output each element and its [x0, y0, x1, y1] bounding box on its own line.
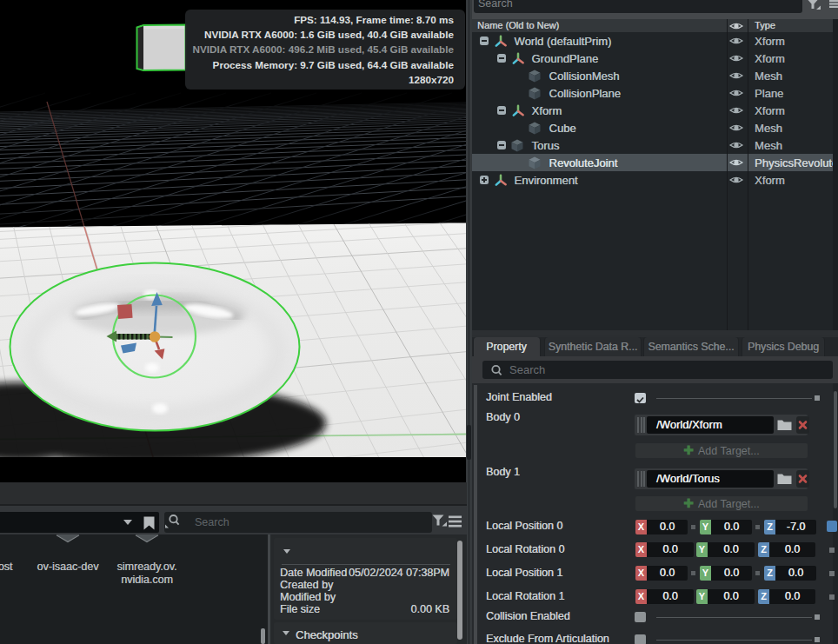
stage-column-visibility-icon[interactable]: [729, 21, 743, 31]
content-browser-path-bar[interactable]: [0, 512, 159, 533]
property-scrollbar-left[interactable]: [474, 385, 477, 644]
visibility-eye-icon[interactable]: [729, 140, 743, 150]
body0-remove-icon[interactable]: [796, 416, 809, 434]
body0-add-target-button[interactable]: ✚Add Target...: [635, 443, 808, 458]
property-default-indicator[interactable]: [829, 571, 835, 576]
local-rotation-0-y-field[interactable]: 0.0: [708, 542, 755, 557]
checkpoints-collapse-icon[interactable]: [283, 631, 289, 635]
local-rotation-0-z-field[interactable]: 0.0: [769, 542, 815, 557]
local-position-1-z-field[interactable]: 0.0: [775, 566, 816, 581]
property-search-input[interactable]: Search: [482, 361, 833, 379]
stage-row-label[interactable]: Torus: [532, 139, 560, 152]
visibility-eye-icon[interactable]: [729, 123, 743, 133]
stage-search-input[interactable]: Search: [474, 0, 802, 13]
bookmark-icon[interactable]: [143, 516, 155, 530]
stage-panel: Search Name (Old to New) Type World (def…: [472, 0, 838, 335]
collapse-icon[interactable]: [497, 106, 506, 115]
stage-row-label[interactable]: World (defaultPrim): [515, 35, 612, 48]
visibility-eye-icon[interactable]: [729, 175, 743, 185]
tab-property[interactable]: Property: [473, 337, 541, 356]
property-default-indicator[interactable]: [815, 614, 820, 620]
stage-row-label[interactable]: GroundPlane: [532, 52, 599, 65]
tab-physics-debug[interactable]: Physics Debug: [742, 337, 825, 356]
body0-path-field[interactable]: /World/Xform: [647, 416, 774, 434]
stage-row-label[interactable]: RevoluteJoint: [549, 156, 618, 169]
checkpoints-section[interactable]: Checkpoints: [274, 622, 457, 644]
local-rotation-1-x-field[interactable]: 0.0: [647, 589, 694, 604]
collapse-icon[interactable]: [480, 37, 489, 45]
stage-options-icon[interactable]: [829, 0, 838, 10]
property-scrollbar-thumb[interactable]: [834, 391, 837, 508]
visibility-eye-icon[interactable]: [729, 88, 743, 98]
stage-filter-icon[interactable]: [806, 0, 827, 12]
detail-row: Date Modified05/02/2024 07:38PM: [280, 567, 449, 579]
drag-handle-icon[interactable]: [637, 417, 645, 433]
stage-column-name[interactable]: Name (Old to New): [477, 20, 559, 30]
stage-row-collisionmesh[interactable]: CollisionMesh Mesh: [472, 67, 838, 84]
stage-row-torus[interactable]: Torus Mesh: [472, 136, 838, 154]
stage-row-xform[interactable]: Xform Xform: [472, 102, 838, 119]
visibility-eye-icon[interactable]: [729, 157, 743, 168]
stage-row-world-defaultprim[interactable]: World (defaultPrim) Xform: [472, 32, 838, 50]
local-position-0-y-field[interactable]: 0.0: [711, 520, 752, 534]
property-row-line: [656, 640, 812, 641]
stage-column-type[interactable]: Type: [755, 20, 775, 30]
drag-handle-icon[interactable]: [637, 471, 645, 487]
local-position-1-x-field[interactable]: 0.0: [647, 566, 688, 581]
body1-add-target-button[interactable]: ✚Add Target...: [635, 496, 808, 511]
tab-semantics-sche[interactable]: Semantics Sche...: [643, 337, 739, 356]
vector-label: Local Position 1: [486, 567, 562, 579]
tab-synthetic-data-r[interactable]: Synthetic Data R...: [544, 337, 642, 356]
collapse-icon[interactable]: [497, 54, 506, 63]
stage-column-header[interactable]: Name (Old to New) Type: [472, 19, 838, 32]
local-position-1-y-field[interactable]: 0.0: [711, 566, 752, 581]
property-default-indicator[interactable]: [829, 594, 835, 600]
content-item[interactable]: simready.ov. nvidia.com: [95, 561, 199, 586]
stage-row-collisionplane[interactable]: CollisionPlane Plane: [472, 84, 838, 102]
viewport-3d[interactable]: FPS: 114.93, Frame time: 8.70 msNVIDIA R…: [0, 0, 467, 482]
details-collapse-icon[interactable]: [283, 549, 290, 554]
visibility-eye-icon[interactable]: [729, 53, 743, 63]
local-rotation-1-y-field[interactable]: 0.0: [708, 589, 755, 604]
stage-row-environment[interactable]: Environment Xform: [472, 171, 838, 189]
property-default-indicator[interactable]: [829, 548, 835, 553]
expand-icon[interactable]: [480, 176, 489, 184]
visibility-eye-icon[interactable]: [729, 70, 743, 81]
stage-row-cube[interactable]: Cube Mesh: [472, 119, 838, 136]
stage-row-label[interactable]: Cube: [549, 122, 576, 135]
stage-row-groundplane[interactable]: GroundPlane Xform: [472, 50, 838, 67]
property-default-indicator[interactable]: [815, 637, 820, 642]
body1-browse-folder-icon[interactable]: [776, 470, 793, 488]
stage-row-label[interactable]: CollisionPlane: [549, 87, 621, 100]
stage-row-revolutejoint[interactable]: RevoluteJoint PhysicsRevoluteJ: [472, 154, 838, 171]
body0-target: /World/Xform: [635, 415, 808, 435]
stage-row-label[interactable]: Environment: [515, 174, 578, 187]
stage-scrollbar-gutter[interactable]: [833, 19, 838, 330]
splitter-handle[interactable]: [467, 425, 471, 460]
panel-splitter-vertical[interactable]: [466, 0, 472, 644]
body1-path-field[interactable]: /World/Torus: [647, 470, 774, 488]
local-position-0-z-field[interactable]: -7.0: [775, 520, 816, 534]
property-changed-indicator[interactable]: [827, 521, 837, 532]
stage-row-type: PhysicsRevoluteJ: [755, 156, 838, 169]
collapse-icon[interactable]: [497, 141, 506, 149]
body0-browse-folder-icon[interactable]: [776, 416, 793, 434]
content-browser-search-input[interactable]: Search: [164, 512, 432, 533]
stage-row-label[interactable]: CollisionMesh: [549, 70, 620, 83]
content-options-icon[interactable]: [449, 515, 462, 528]
visibility-eye-icon[interactable]: [729, 105, 743, 116]
content-details-scrollbar-thumb[interactable]: [457, 541, 462, 640]
joint-enabled-checkbox[interactable]: [635, 393, 646, 403]
local-rotation-0-x-field[interactable]: 0.0: [647, 542, 694, 557]
body1-remove-icon[interactable]: [796, 470, 809, 488]
content-filter-icon[interactable]: [430, 515, 448, 529]
visibility-eye-icon[interactable]: [729, 36, 743, 46]
path-dropdown-icon[interactable]: [123, 520, 132, 525]
property-default-indicator[interactable]: [815, 395, 820, 401]
local-rotation-1-z-field[interactable]: 0.0: [769, 589, 815, 604]
content-grid-scrollbar-thumb[interactable]: [261, 628, 265, 644]
collision-enabled-checkbox[interactable]: [635, 612, 646, 622]
local-position-0-x-field[interactable]: 0.0: [647, 520, 688, 534]
exclude-from-articulation-checkbox[interactable]: [635, 634, 646, 644]
stage-row-label[interactable]: Xform: [532, 104, 562, 117]
